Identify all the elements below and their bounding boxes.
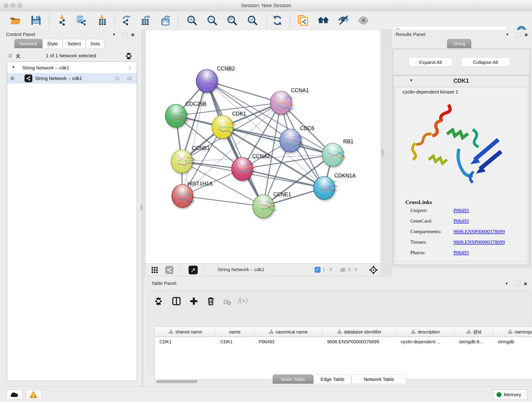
control-panel-float-icon[interactable]	[123, 32, 127, 37]
scrollbar-thumb[interactable]	[156, 380, 197, 383]
node-CDKN1A[interactable]: CDKN1A	[314, 172, 356, 199]
crosslink-value-link[interactable]: P06493	[453, 207, 469, 213]
control-panel: Control Panel ▼ × Network Style Select S…	[0, 30, 142, 386]
column-header-description[interactable]: description	[396, 327, 455, 337]
splitter-grip[interactable]	[382, 150, 384, 156]
table-cell[interactable]: stringdb:9...	[455, 337, 493, 346]
table-cell[interactable]: CDK1	[155, 337, 216, 346]
node-CDK1[interactable]: CDK1	[212, 111, 246, 138]
node-HIST1H1A[interactable]: HIST1H1A	[172, 181, 213, 207]
open-session-icon[interactable]	[10, 15, 21, 26]
cloud-button[interactable]	[6, 389, 22, 400]
show-columns-icon[interactable]	[172, 296, 181, 306]
tab-select[interactable]: Select	[63, 39, 86, 48]
toolbar-separator	[290, 13, 291, 27]
network-graph[interactable]: CCNB2CCNA1CDC25BCDK1CDC6RB1CCNB1CCNA2CDK…	[146, 30, 381, 264]
cloud-icon	[9, 390, 19, 398]
table-panel-float-icon[interactable]	[515, 281, 520, 286]
column-header-@id[interactable]: @id	[455, 327, 493, 337]
zoom-out-icon[interactable]	[207, 15, 218, 26]
table-cell[interactable]: stringdb	[493, 337, 532, 346]
crosslink-value-link[interactable]: 9606.ENSP00000378699	[453, 239, 505, 245]
network-collection-row[interactable]: ▼ String Network – cdk1 1	[7, 63, 137, 73]
export-image-icon[interactable]	[160, 15, 171, 26]
apply-layout-icon[interactable]	[272, 15, 283, 26]
tab-style[interactable]: Style	[42, 39, 63, 48]
save-session-icon[interactable]	[31, 15, 41, 26]
import-network-file-icon[interactable]	[56, 15, 67, 26]
results-panel-collapse-icon[interactable]: ▼	[506, 32, 509, 36]
edge-CCNA2-CDKN1A[interactable]	[242, 169, 324, 188]
edge-HIST1H1A-CCNE1[interactable]	[182, 196, 263, 206]
tab-string[interactable]: String	[447, 39, 471, 48]
selected-checkbox-icon[interactable]: ✓	[315, 267, 321, 273]
splitter-grip[interactable]	[140, 204, 143, 211]
zoom-in-icon[interactable]	[186, 15, 197, 26]
column-header-namespace[interactable]: namespace	[493, 327, 532, 337]
node-CCNB2[interactable]: CCNB2	[196, 65, 235, 92]
edge-CCNB2-CCNA1[interactable]	[207, 81, 281, 103]
edge-CCNB2-HIST1H1A[interactable]	[182, 81, 207, 196]
table-cell[interactable]: cyclin-dependent ...	[396, 337, 455, 346]
import-table-file-icon[interactable]	[96, 15, 107, 26]
hidden-eye-slash-icon	[339, 267, 346, 274]
column-header-canonical-name[interactable]: canonical name	[254, 327, 323, 337]
network-options-gear-icon[interactable]	[125, 52, 133, 60]
export-table-icon[interactable]	[140, 15, 152, 26]
control-panel-collapse-icon[interactable]: ▼	[112, 32, 116, 36]
memory-button[interactable]: Memory	[493, 389, 527, 400]
delete-table-icon[interactable]	[223, 298, 231, 306]
column-header-name[interactable]: name	[216, 327, 254, 337]
hide-selected-icon[interactable]	[338, 15, 349, 26]
column-header-shared-name[interactable]: shared name	[155, 327, 216, 337]
create-column-plus-icon[interactable]	[189, 296, 199, 306]
network-row-selected[interactable]: String Network – cdk1 11 48	[7, 73, 137, 84]
node-CCNA1[interactable]: CCNA1	[270, 87, 309, 114]
show-all-icon[interactable]	[358, 15, 369, 26]
column-header-database-identifier[interactable]: database identifier	[323, 327, 396, 337]
birdseye-view-icon[interactable]: ↗	[189, 266, 198, 274]
edge-CCNB2-CCNE1[interactable]	[207, 81, 263, 206]
warnings-button[interactable]	[26, 389, 42, 400]
tab-network[interactable]: Network	[14, 39, 42, 48]
network-label: String Network – cdk1	[35, 76, 82, 81]
table-panel-close-icon[interactable]: ×	[524, 281, 527, 286]
crosslink-label: Tissues:	[410, 239, 427, 245]
node-table[interactable]: shared nameCDK1nameCDK1canonical nameP06…	[155, 327, 532, 380]
tab-network-table[interactable]: Network Table	[351, 375, 406, 384]
table-cell[interactable]: CDK1	[216, 337, 254, 346]
node-RB1[interactable]: RB1	[322, 138, 354, 166]
collapse-all-button[interactable]: Collapse All	[461, 57, 510, 67]
crosshair-icon[interactable]	[369, 265, 378, 274]
clone-network-icon[interactable]	[298, 15, 308, 26]
zoom-fit-icon[interactable]	[227, 15, 238, 26]
results-panel-close-icon[interactable]: ×	[525, 32, 528, 37]
crosslink-value-link[interactable]: 9606.ENSP00000378699	[453, 229, 505, 235]
table-options-gear-icon[interactable]	[154, 296, 163, 306]
crosslink-value-link[interactable]: P06493	[453, 218, 469, 224]
crosslink-value-link[interactable]: P06493	[453, 249, 469, 255]
expand-all-button[interactable]: Expand All	[409, 57, 452, 67]
collection-expand-icon[interactable]: ▼	[12, 65, 15, 69]
export-network-icon[interactable]	[120, 15, 132, 26]
tab-sets[interactable]: Sets	[86, 39, 104, 48]
zoom-selected-icon[interactable]	[247, 15, 258, 26]
tab-edge-table[interactable]: Edge Table	[313, 375, 351, 384]
network-share-icon[interactable]	[165, 266, 173, 274]
grid-view-icon[interactable]	[151, 266, 158, 274]
node-CDC6[interactable]: CDC6	[280, 125, 314, 152]
results-panel-float-icon[interactable]	[516, 32, 521, 37]
table-panel-collapse-icon[interactable]: ▼	[505, 281, 508, 285]
tab-node-table[interactable]: Node Table	[273, 375, 313, 384]
table-cell[interactable]: 9606.ENSP00000378699	[323, 337, 396, 346]
function-builder-icon[interactable]: f(x)	[238, 296, 248, 304]
delete-column-trash-icon[interactable]	[206, 296, 215, 306]
first-neighbors-icon[interactable]	[318, 15, 329, 26]
control-panel-close-icon[interactable]: ×	[131, 32, 134, 37]
table-cell[interactable]: P06493	[254, 337, 323, 346]
statusbar-separator	[337, 266, 337, 274]
import-network-database-icon[interactable]	[76, 15, 87, 26]
protein-section-header[interactable]: ▼ CDK1	[393, 76, 529, 86]
network-view-canvas[interactable]: CCNB2CCNA1CDC25BCDK1CDC6RB1CCNB1CCNA2CDK…	[145, 30, 381, 264]
crosslink-row: Uniprot:P06493	[396, 207, 527, 218]
